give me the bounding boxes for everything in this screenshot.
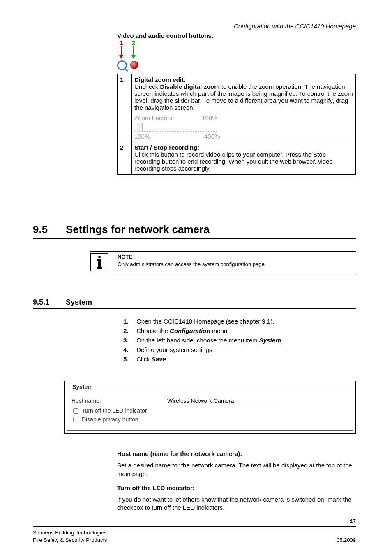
row1-cell: Digital zoom edit: Uncheck Disable digit… [132, 74, 356, 142]
privacy-checkbox-label: Disable privacy button [82, 416, 138, 423]
below-fieldset-text: Host name (name for the network camera):… [117, 444, 356, 516]
step-num: 5. [123, 356, 135, 363]
step-post: . [166, 356, 168, 363]
step-5: 5. Click Save. [123, 356, 356, 363]
slider-min-label: 100% [134, 133, 150, 140]
callout-label-2: 2 [132, 39, 135, 46]
note-text: Only administrators can access the syste… [118, 261, 266, 267]
slider-track [134, 131, 217, 132]
step-pre: Click [136, 356, 152, 363]
row1-bold: Disable digital zoom [160, 83, 220, 90]
arrow-line-1 [121, 46, 122, 56]
section-9-5: 9.5 Settings for network camera NOTE Onl… [33, 223, 356, 274]
row1-text: Uncheck Disable digital zoom to enable t… [134, 83, 353, 111]
system-legend: System [71, 384, 94, 390]
row1-title: Digital zoom edit: [134, 76, 353, 83]
step-pre: Choose the [136, 327, 170, 334]
row2-text: Click this button to record video clips … [134, 151, 353, 172]
row1-num: 1 [118, 74, 132, 142]
note-block: NOTE Only administrators can access the … [90, 251, 356, 274]
info-icon [90, 253, 108, 271]
system-screenshot: System Host name: Turn off the LED indic… [64, 381, 356, 434]
step-num: 1. [123, 318, 135, 325]
step-text: Define your system settings. [136, 346, 214, 353]
row1-text-pre: Uncheck [134, 83, 160, 90]
step-num: 3. [123, 337, 135, 344]
section-9-5-1-num: 9.5.1 [33, 298, 66, 307]
hostname-heading: Host name (name for the network camera): [117, 450, 356, 458]
step-bi: Save [152, 356, 166, 363]
running-header: Configuration with the CCIC1410 Homepage [234, 23, 356, 30]
led-checkbox-label: Turn off the LED indicator [82, 407, 147, 414]
step-4: 4. Define your system settings. [123, 346, 356, 353]
section-9-5-title: Settings for network camera [66, 223, 210, 236]
steps-list: 1. Open the CCIC1410 Homepage (see chapt… [123, 318, 356, 363]
step-3: 3. On the left hand side, choose the men… [123, 337, 356, 344]
row2-num: 2 [118, 142, 132, 175]
step-post: menu. [210, 327, 229, 334]
footer-right: 05.2009 [337, 537, 356, 543]
slider-max-label: 400% [204, 133, 220, 140]
table-row: 2 Start / Stop recording: Click this but… [118, 142, 356, 175]
step-post: . [281, 337, 283, 344]
row2-title: Start / Stop recording: [134, 144, 353, 151]
row2-cell: Start / Stop recording: Click this butto… [132, 142, 356, 175]
privacy-checkbox[interactable] [73, 417, 78, 422]
slider-handle [137, 123, 143, 132]
step-pre: On the left hand side, choose the menu i… [136, 337, 259, 344]
arrow-head-1 [119, 55, 124, 59]
step-num: 2. [123, 327, 135, 334]
hostname-para: Set a desired name for the network camer… [117, 461, 356, 478]
step-1: 1. Open the CCIC1410 Homepage (see chapt… [123, 318, 356, 325]
zoom-slider: 100% 400% [134, 123, 221, 139]
step-text: Open the CCIC1410 Homepage (see chapter … [136, 318, 274, 325]
arrow-head-2 [131, 55, 136, 59]
step-bi: Configuration [170, 327, 210, 334]
table-row: 1 Digital zoom edit: Uncheck Disable dig… [118, 74, 356, 142]
arrow-line-2 [133, 46, 134, 56]
led-checkbox[interactable] [73, 408, 78, 414]
footer-left-1: Siemens Building Technologies [33, 530, 107, 536]
zoom-factors-label: Zoom Factors: [134, 114, 200, 121]
callout-diagram: 1 2 [117, 39, 199, 72]
zoom-factors-value: 100% [202, 114, 217, 121]
hostname-input[interactable] [166, 397, 279, 405]
magnifier-icon [117, 60, 127, 70]
step-bi: System [259, 337, 281, 344]
video-audio-heading: Video and audio control buttons: [117, 32, 214, 39]
led-heading: Turn off the LED indicator: [117, 484, 356, 492]
hostname-label: Host name: [71, 398, 166, 404]
note-title: NOTE [118, 253, 356, 261]
led-para: If you do not want to let others know th… [117, 495, 356, 512]
zoom-ui: Zoom Factors: 100% 100% 400% [134, 114, 353, 139]
system-fieldset: System Host name: Turn off the LED indic… [67, 384, 353, 431]
section-9-5-1-title: System [66, 298, 92, 307]
footer-left-2: Fire Safety & Security Products [33, 537, 107, 543]
callout-label-1: 1 [120, 39, 123, 46]
step-2: 2. Choose the Configuration menu. [123, 327, 356, 334]
footer-rule [33, 526, 356, 527]
section-9-5-num: 9.5 [33, 223, 66, 236]
description-table: 1 Digital zoom edit: Uncheck Disable dig… [117, 74, 356, 175]
section-9-5-1: 9.5.1 System 1. Open the CCIC1410 Homepa… [33, 298, 356, 365]
page-number: 47 [349, 518, 356, 525]
record-icon [130, 61, 138, 69]
step-num: 4. [123, 346, 135, 353]
